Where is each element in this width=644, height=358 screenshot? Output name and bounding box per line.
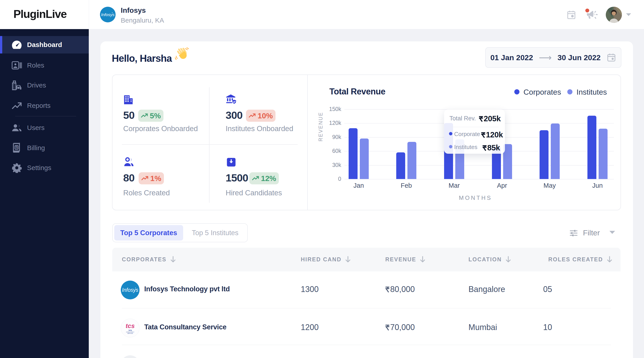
svg-text:Infosys: Infosys: [122, 287, 138, 293]
svg-text:SERVICES: SERVICES: [127, 333, 133, 334]
svg-text:TATA: TATA: [128, 329, 132, 331]
svg-text:tcs: tcs: [126, 322, 134, 329]
svg-text:$: $: [16, 145, 18, 149]
svg-text:Infosys: Infosys: [101, 12, 115, 17]
